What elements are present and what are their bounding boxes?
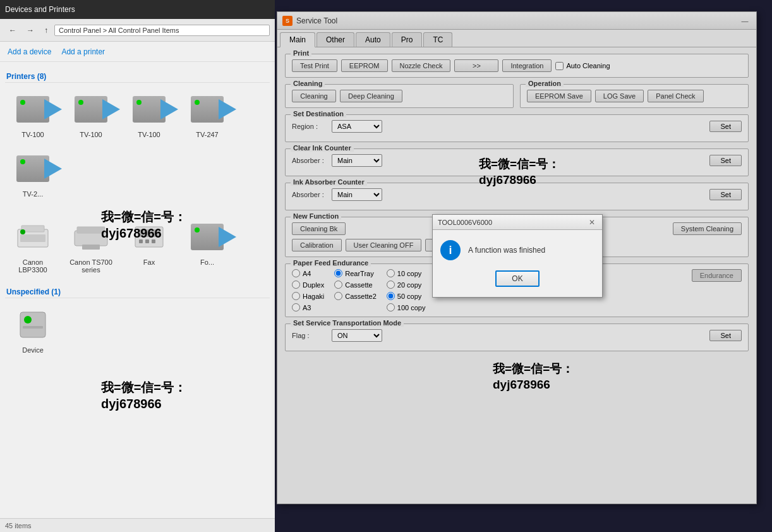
device-label: TV-100 bbox=[21, 131, 44, 138]
device-label: TV-2... bbox=[23, 190, 43, 198]
dialog-overlay: TOOL0006V6000 ✕ i A function was finishe… bbox=[277, 12, 756, 504]
status-bar: 45 items bbox=[0, 518, 275, 532]
svg-rect-14 bbox=[23, 326, 43, 329]
canon-printer-icon bbox=[13, 217, 53, 257]
explorer-title: Devices and Printers bbox=[5, 5, 75, 14]
watermark-2: 我=微=信=号：dyj678966 bbox=[101, 379, 186, 412]
device-label: Canon LBP3300 bbox=[8, 258, 58, 274]
list-item[interactable]: Device bbox=[5, 301, 61, 358]
device-label: Fax bbox=[143, 258, 155, 266]
breadcrumb: Control Panel > All Control Panel Items bbox=[54, 25, 270, 36]
dialog-ok-button[interactable]: OK bbox=[495, 270, 539, 287]
device-label: TV-247 bbox=[196, 131, 218, 138]
up-button[interactable]: ↑ bbox=[40, 23, 52, 37]
printer-icon bbox=[13, 89, 53, 130]
svg-point-13 bbox=[24, 316, 32, 323]
back-button[interactable]: ← bbox=[5, 23, 20, 37]
list-item[interactable]: Fo... bbox=[179, 213, 235, 277]
dialog-box: TOOL0006V6000 ✕ i A function was finishe… bbox=[432, 214, 603, 298]
list-item[interactable]: TV-247 bbox=[179, 85, 235, 142]
explorer-window: Devices and Printers ← → ↑ Control Panel… bbox=[0, 0, 275, 532]
explorer-nav: ← → ↑ Control Panel > All Control Panel … bbox=[0, 19, 275, 42]
device-label: Device bbox=[22, 346, 44, 354]
printer-icon bbox=[129, 89, 169, 130]
printers-section-header: Printers (8) bbox=[5, 70, 270, 83]
dialog-icon-row: i A function was finished bbox=[440, 240, 594, 260]
dialog-title: TOOL0006V6000 bbox=[438, 219, 587, 226]
list-item[interactable]: Canon LBP3300 bbox=[5, 213, 61, 277]
explorer-toolbar: Add a device Add a printer bbox=[0, 42, 275, 62]
device-label: TV-100 bbox=[80, 131, 102, 138]
add-device-link[interactable]: Add a device bbox=[8, 47, 51, 56]
dialog-close-button[interactable]: ✕ bbox=[587, 217, 597, 227]
watermark-1: 我=微=信=号：dyj678966 bbox=[101, 209, 186, 241]
svg-rect-6 bbox=[82, 245, 100, 250]
device-label: Canon TS700 series bbox=[66, 258, 116, 274]
printer-icon bbox=[187, 217, 227, 257]
breadcrumb-text: Control Panel > All Control Panel Items bbox=[59, 27, 179, 34]
dialog-content: i A function was finished OK bbox=[433, 230, 602, 297]
svg-point-3 bbox=[20, 229, 25, 234]
printer-icon bbox=[13, 148, 53, 189]
forward-button[interactable]: → bbox=[23, 23, 38, 37]
dialog-message: A function was finished bbox=[468, 246, 545, 255]
explorer-titlebar: Devices and Printers bbox=[0, 0, 275, 19]
svg-rect-12 bbox=[20, 312, 45, 337]
unspecified-section-header: Unspecified (1) bbox=[5, 285, 270, 298]
list-item[interactable]: TV-100 bbox=[5, 85, 61, 142]
device-label: Fo... bbox=[200, 258, 214, 266]
status-text: 45 items bbox=[5, 522, 32, 529]
dialog-titlebar: TOOL0006V6000 ✕ bbox=[433, 215, 602, 230]
svg-rect-1 bbox=[20, 234, 45, 242]
device-icon bbox=[13, 305, 53, 345]
list-item[interactable]: TV-2... bbox=[5, 145, 61, 202]
printer-icon bbox=[71, 89, 111, 130]
printer-icon bbox=[187, 89, 227, 130]
devices-list: Printers (8) TV-100 TV-100 bbox=[0, 62, 275, 512]
device-label: TV-100 bbox=[138, 131, 160, 138]
list-item[interactable]: TV-100 bbox=[121, 85, 177, 142]
list-item[interactable]: TV-100 bbox=[63, 85, 119, 142]
add-printer-link[interactable]: Add a printer bbox=[61, 47, 105, 56]
service-tool-window: S Service Tool — Main Other Auto Pro TC … bbox=[277, 11, 757, 504]
info-icon: i bbox=[440, 240, 461, 260]
